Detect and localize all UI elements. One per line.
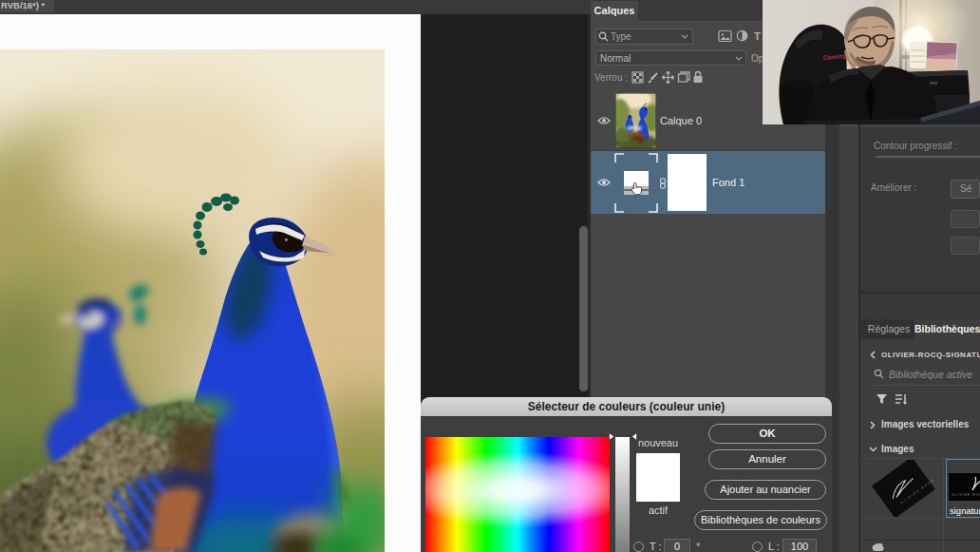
svg-text:OLIVIER ROCQ: OLIVIER ROCQ	[952, 493, 980, 497]
